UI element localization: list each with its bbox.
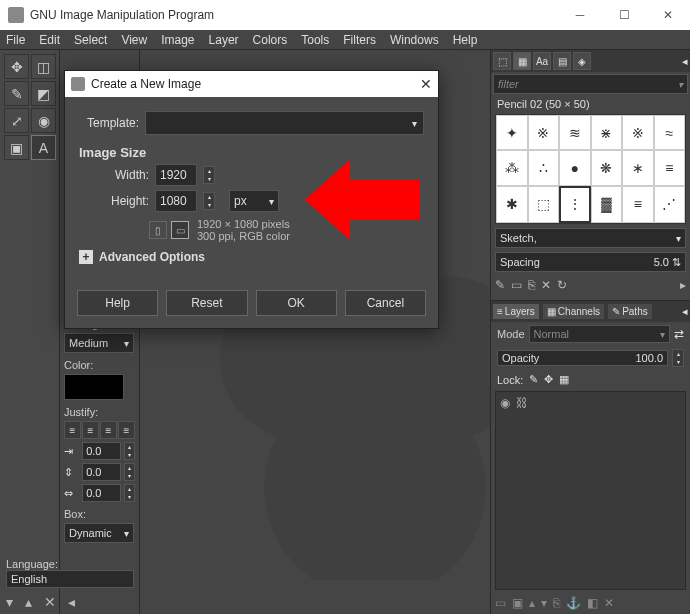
brush-action-icons: ✎ ▭ ⎘ ✕ ↻ ▸ (491, 274, 690, 296)
menu-filters[interactable]: Filters (343, 33, 376, 47)
del-brush-icon[interactable]: ✕ (541, 278, 551, 292)
landscape-icon[interactable]: ▭ (171, 221, 189, 239)
delete-layer-icon[interactable]: ✕ (604, 596, 614, 610)
lock-alpha-icon[interactable]: ▦ (559, 373, 569, 386)
open-folder-icon[interactable]: ▸ (680, 278, 686, 292)
unit-select[interactable]: px▾ (229, 190, 279, 212)
current-brush-label: Pencil 02 (50 × 50) (491, 96, 690, 112)
justify-center[interactable]: ≡ (100, 421, 117, 439)
new-layer-icon[interactable]: ▭ (495, 596, 506, 610)
brush-preset-select[interactable]: Sketch,▾ (495, 228, 686, 248)
channels-tab[interactable]: ▦ Channels (543, 304, 604, 319)
layer-group-icon[interactable]: ▣ (512, 596, 523, 610)
rect-select-tool[interactable]: ◫ (31, 54, 56, 79)
edit-brush-icon[interactable]: ✎ (495, 278, 505, 292)
brush-filter-input[interactable]: filter▾ (493, 74, 688, 94)
brushes-tab-icon[interactable]: ⬚ (493, 52, 511, 70)
move-tool[interactable]: ✥ (4, 54, 29, 79)
reset-preset-icon[interactable]: ◂ (68, 594, 75, 610)
menu-tools[interactable]: Tools (301, 33, 329, 47)
advanced-options-toggle[interactable]: + Advanced Options (79, 250, 424, 264)
portrait-icon[interactable]: ▯ (149, 221, 167, 239)
menu-image[interactable]: Image (161, 33, 194, 47)
height-input[interactable]: 1080 (155, 190, 197, 212)
brush-grid[interactable]: ✦※≋⋇※≈ ⁂∴●❋∗≡ ✱⬚⋮▓≡⋰ (495, 114, 686, 224)
line-spacing-input[interactable]: 0.0 (82, 463, 120, 481)
new-brush-icon[interactable]: ▭ (511, 278, 522, 292)
lower-layer-icon[interactable]: ▾ (541, 596, 547, 610)
layer-list[interactable]: ◉ ⛓ (495, 391, 686, 590)
indent-input[interactable]: 0.0 (82, 442, 120, 460)
save-preset-icon[interactable]: ▾ (6, 594, 13, 610)
expand-icon: + (79, 250, 93, 264)
merge-layer-icon[interactable]: ⚓ (566, 596, 581, 610)
menu-edit[interactable]: Edit (39, 33, 60, 47)
window-title: GNU Image Manipulation Program (30, 8, 558, 22)
letter-spacing-input[interactable]: 0.0 (82, 484, 120, 502)
menu-bar: File Edit Select View Image Layer Colors… (0, 30, 690, 50)
paths-tab[interactable]: ✎ Paths (608, 304, 652, 319)
ok-button[interactable]: OK (256, 290, 337, 316)
transform-tool[interactable]: ⤢ (4, 108, 29, 133)
justify-label: Justify: (64, 406, 98, 418)
crop-tool[interactable]: ◩ (31, 81, 56, 106)
layers-tab[interactable]: ≡ Layers (493, 304, 539, 319)
maximize-button[interactable]: ☐ (602, 0, 646, 30)
mode-select[interactable]: Normal▾ (529, 325, 670, 343)
reset-button[interactable]: Reset (166, 290, 247, 316)
cancel-button[interactable]: Cancel (345, 290, 426, 316)
dup-layer-icon[interactable]: ⎘ (553, 596, 560, 610)
color-swatch[interactable] (64, 374, 124, 400)
patterns-tab-icon[interactable]: ▦ (513, 52, 531, 70)
width-input[interactable]: 1920 (155, 164, 197, 186)
menu-select[interactable]: Select (74, 33, 107, 47)
dialog-close-button[interactable]: ✕ (420, 76, 432, 92)
restore-preset-icon[interactable]: ▴ (25, 594, 32, 610)
language-input[interactable]: English (6, 570, 134, 588)
close-button[interactable]: ✕ (646, 0, 690, 30)
menu-colors[interactable]: Colors (253, 33, 288, 47)
mask-layer-icon[interactable]: ◧ (587, 596, 598, 610)
refresh-brush-icon[interactable]: ↻ (557, 278, 567, 292)
visibility-icon[interactable]: ◉ (500, 396, 510, 410)
info-dimensions: 1920 × 1080 pixels (197, 218, 290, 230)
language-label: Language: (6, 558, 134, 570)
template-label: Template: (79, 116, 139, 130)
link-icon[interactable]: ⛓ (516, 396, 528, 410)
dock-config-icon[interactable]: ◂ (682, 55, 688, 68)
raise-layer-icon[interactable]: ▴ (529, 596, 535, 610)
delete-preset-icon[interactable]: ✕ (44, 594, 56, 610)
fonts-tab-icon[interactable]: Aa (533, 52, 551, 70)
menu-layer[interactable]: Layer (209, 33, 239, 47)
text-tool[interactable]: A (31, 135, 56, 160)
mode-switch-icon[interactable]: ⇄ (674, 327, 684, 341)
dialog-titlebar[interactable]: Create a New Image ✕ (65, 71, 438, 97)
images-tab-icon[interactable]: ◈ (573, 52, 591, 70)
bucket-tool[interactable]: ▣ (4, 135, 29, 160)
brush-spacing-slider[interactable]: Spacing 5.0 ⇅ (495, 252, 686, 272)
justify-right[interactable]: ≡ (82, 421, 99, 439)
lock-position-icon[interactable]: ✥ (544, 373, 553, 386)
opacity-slider[interactable]: Opacity 100.0 (497, 350, 668, 366)
warp-tool[interactable]: ◉ (31, 108, 56, 133)
box-label: Box: (64, 508, 86, 520)
width-spinner[interactable]: ▴▾ (203, 166, 215, 184)
menu-help[interactable]: Help (453, 33, 478, 47)
menu-windows[interactable]: Windows (390, 33, 439, 47)
history-tab-icon[interactable]: ▤ (553, 52, 571, 70)
menu-file[interactable]: File (6, 33, 25, 47)
lock-pixels-icon[interactable]: ✎ (529, 373, 538, 386)
template-select[interactable]: ▾ (145, 111, 424, 135)
hinting-select[interactable]: Medium▾ (64, 333, 134, 353)
minimize-button[interactable]: ─ (558, 0, 602, 30)
layers-config-icon[interactable]: ◂ (682, 305, 688, 318)
justify-left[interactable]: ≡ (64, 421, 81, 439)
dialog-title: Create a New Image (91, 77, 201, 91)
box-select[interactable]: Dynamic▾ (64, 523, 134, 543)
justify-fill[interactable]: ≡ (118, 421, 135, 439)
height-spinner[interactable]: ▴▾ (203, 192, 215, 210)
menu-view[interactable]: View (121, 33, 147, 47)
free-select-tool[interactable]: ✎ (4, 81, 29, 106)
dup-brush-icon[interactable]: ⎘ (528, 278, 535, 292)
help-button[interactable]: Help (77, 290, 158, 316)
